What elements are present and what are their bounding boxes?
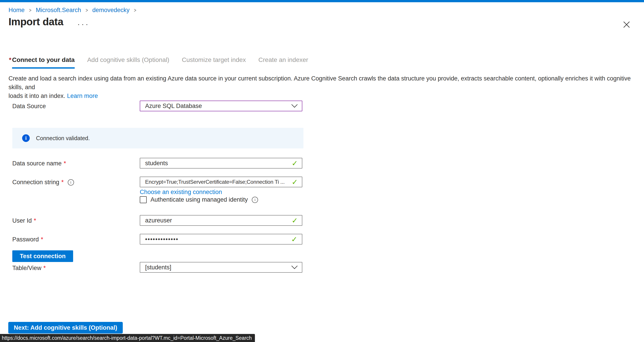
tab-connect-to-your-data[interactable]: *Connect to your data [9,56,75,68]
user-id-input[interactable]: azureuser ✓ [140,215,302,226]
breadcrumb: Home > Microsoft.Search > demovedecky > [8,7,141,14]
required-asterisk: * [9,56,12,63]
import-data-blade: Home > Microsoft.Search > demovedecky > … [0,0,644,342]
chevron-down-icon [291,265,298,269]
info-icon[interactable]: i [252,197,258,203]
table-view-label: Table/View * [12,265,46,272]
test-connection-button[interactable]: Test connection [12,250,73,262]
required-asterisk: * [64,160,66,167]
banner-text: Connection validated. [36,135,90,142]
connection-string-input[interactable]: Encrypt=True;TrustServerCertificate=Fals… [140,176,302,187]
password-input[interactable]: ••••••••••••• ✓ [140,234,302,244]
breadcrumb-microsoft-search[interactable]: Microsoft.Search [36,7,81,14]
data-source-label: Data Source [12,103,46,110]
page-description: Create and load a search index using dat… [8,74,637,100]
page-title: Import data [8,16,63,28]
checkmark-icon: ✓ [292,159,298,168]
managed-identity-checkbox[interactable] [140,196,147,203]
checkmark-icon: ✓ [291,235,298,244]
table-view-dropdown[interactable]: [students] [140,262,302,273]
chevron-right-icon: > [86,7,88,14]
tab-add-cognitive-skills[interactable]: Add cognitive skills (Optional) [87,56,169,68]
breadcrumb-demovedecky[interactable]: demovedecky [92,7,130,14]
azure-top-bar [0,0,644,2]
managed-identity-label: Authenticate using managed identity [150,196,248,203]
breadcrumb-home[interactable]: Home [8,7,24,14]
required-asterisk: * [41,236,44,243]
connection-string-label: Connection string * i [12,179,74,186]
data-source-name-label: Data source name * [12,160,66,167]
chevron-right-icon: > [134,7,136,14]
required-asterisk: * [34,217,36,224]
checkmark-icon: ✓ [292,216,298,225]
ellipsis-icon[interactable]: ··· [77,20,90,28]
wizard-tabs: *Connect to your data Add cognitive skil… [9,56,308,68]
user-id-label: User Id * [12,217,36,224]
tab-create-an-indexer[interactable]: Create an indexer [258,56,308,68]
learn-more-link[interactable]: Learn more [67,92,98,99]
password-label: Password * [12,236,43,243]
chevron-down-icon [291,104,298,108]
tab-customize-target-index[interactable]: Customize target index [182,56,246,68]
managed-identity-row: Authenticate using managed identity i [140,196,258,203]
choose-existing-connection-link[interactable]: Choose an existing connection [140,189,222,196]
data-source-dropdown[interactable]: Azure SQL Database [140,100,302,111]
required-asterisk: * [44,265,46,272]
next-add-cognitive-skills-button[interactable]: Next: Add cognitive skills (Optional) [8,322,123,334]
checkmark-icon: ✓ [292,178,298,186]
connection-validated-banner: i Connection validated. [12,128,304,148]
required-asterisk: * [61,179,64,186]
close-icon[interactable] [622,20,631,29]
chevron-right-icon: > [29,7,32,14]
info-icon[interactable]: i [68,179,74,186]
info-icon: i [22,134,30,142]
status-url-bar: https://docs.microsoft.com/azure/search/… [0,334,255,342]
data-source-name-input[interactable]: students ✓ [140,158,302,168]
